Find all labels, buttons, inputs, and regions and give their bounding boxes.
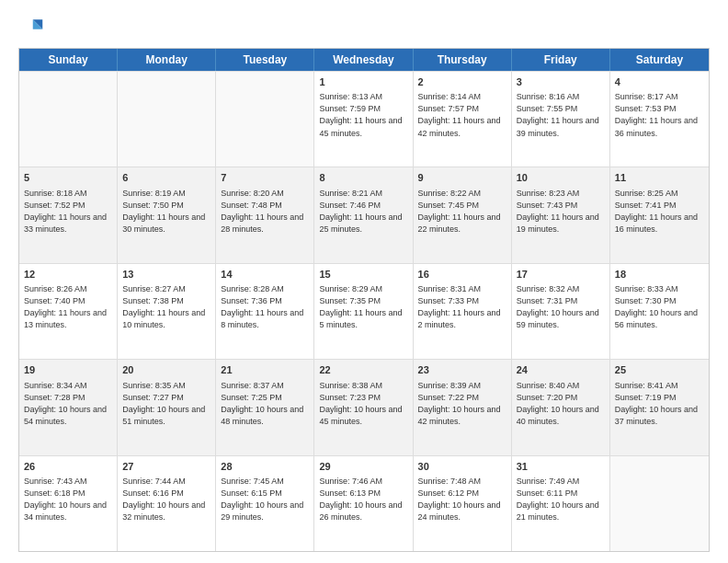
day-header-thursday: Thursday [414,49,512,71]
day-number: 11 [615,171,704,185]
calendar-row-2: 5Sunrise: 8:18 AMSunset: 7:52 PMDaylight… [19,167,709,262]
cell-info: Sunrise: 8:20 AMSunset: 7:48 PMDaylight:… [221,188,309,236]
day-header-monday: Monday [118,49,216,71]
day-number: 5 [24,171,112,185]
calendar-cell-24: 24Sunrise: 8:40 AMSunset: 7:20 PMDayligh… [512,360,610,454]
day-header-wednesday: Wednesday [314,49,413,71]
cell-info: Sunrise: 8:41 AMSunset: 7:19 PMDaylight:… [615,380,704,428]
day-number: 26 [24,460,112,474]
calendar-cell-10: 10Sunrise: 8:23 AMSunset: 7:43 PMDayligh… [512,167,610,262]
calendar-cell-8: 8Sunrise: 8:21 AMSunset: 7:46 PMDaylight… [314,167,413,262]
page: SundayMondayTuesdayWednesdayThursdayFrid… [0,0,728,563]
calendar-cell-16: 16Sunrise: 8:31 AMSunset: 7:33 PMDayligh… [414,264,512,359]
cell-info: Sunrise: 8:32 AMSunset: 7:31 PMDaylight:… [517,283,605,331]
calendar-cell-25: 25Sunrise: 8:41 AMSunset: 7:19 PMDayligh… [610,360,709,454]
day-number: 24 [517,363,605,377]
cell-info: Sunrise: 8:25 AMSunset: 7:41 PMDaylight:… [615,188,704,236]
calendar-cell-31: 31Sunrise: 7:49 AMSunset: 6:11 PMDayligh… [512,456,610,551]
day-number: 31 [517,460,605,474]
calendar-body: 1Sunrise: 8:13 AMSunset: 7:59 PMDaylight… [19,71,709,551]
day-number: 20 [122,363,210,377]
day-number: 30 [418,460,506,474]
cell-info: Sunrise: 8:18 AMSunset: 7:52 PMDaylight:… [24,188,112,236]
calendar-cell-18: 18Sunrise: 8:33 AMSunset: 7:30 PMDayligh… [610,264,709,359]
cell-info: Sunrise: 8:38 AMSunset: 7:23 PMDaylight:… [319,380,407,428]
cell-info: Sunrise: 8:29 AMSunset: 7:35 PMDaylight:… [319,283,407,331]
calendar-cell-23: 23Sunrise: 8:39 AMSunset: 7:22 PMDayligh… [414,360,512,454]
calendar-cell-9: 9Sunrise: 8:22 AMSunset: 7:45 PMDaylight… [414,167,512,262]
cell-info: Sunrise: 8:35 AMSunset: 7:27 PMDaylight:… [122,380,210,428]
cell-info: Sunrise: 7:43 AMSunset: 6:18 PMDaylight:… [24,476,112,523]
calendar-cell-5: 5Sunrise: 8:18 AMSunset: 7:52 PMDaylight… [19,167,118,262]
day-number: 8 [319,171,407,185]
day-number: 22 [319,363,407,377]
day-number: 14 [221,268,309,282]
calendar-cell-15: 15Sunrise: 8:29 AMSunset: 7:35 PMDayligh… [314,264,413,359]
calendar-cell-6: 6Sunrise: 8:19 AMSunset: 7:50 PMDaylight… [118,167,216,262]
day-number: 4 [615,75,704,89]
cell-info: Sunrise: 8:34 AMSunset: 7:28 PMDaylight:… [24,380,112,428]
calendar-cell-26: 26Sunrise: 7:43 AMSunset: 6:18 PMDayligh… [19,456,118,551]
day-number: 21 [221,363,309,377]
cell-info: Sunrise: 8:37 AMSunset: 7:25 PMDaylight:… [221,380,309,428]
cell-info: Sunrise: 8:14 AMSunset: 7:57 PMDaylight:… [418,91,506,139]
cell-info: Sunrise: 7:48 AMSunset: 6:12 PMDaylight:… [418,476,506,523]
cell-info: Sunrise: 8:19 AMSunset: 7:50 PMDaylight:… [122,188,210,236]
day-header-friday: Friday [512,49,610,71]
cell-info: Sunrise: 8:28 AMSunset: 7:36 PMDaylight:… [221,283,309,331]
cell-info: Sunrise: 7:46 AMSunset: 6:13 PMDaylight:… [319,476,407,523]
calendar-cell-28: 28Sunrise: 7:45 AMSunset: 6:15 PMDayligh… [216,456,314,551]
day-number: 23 [418,363,506,377]
day-number: 28 [221,460,309,474]
calendar-cell-17: 17Sunrise: 8:32 AMSunset: 7:31 PMDayligh… [512,264,610,359]
calendar-cell-27: 27Sunrise: 7:44 AMSunset: 6:16 PMDayligh… [118,456,216,551]
calendar-cell-empty-4-6 [610,456,709,551]
day-number: 25 [615,363,704,377]
cell-info: Sunrise: 8:16 AMSunset: 7:55 PMDaylight:… [517,91,605,139]
day-number: 6 [122,171,210,185]
calendar-cell-22: 22Sunrise: 8:38 AMSunset: 7:23 PMDayligh… [314,360,413,454]
calendar-cell-29: 29Sunrise: 7:46 AMSunset: 6:13 PMDayligh… [314,456,413,551]
cell-info: Sunrise: 8:22 AMSunset: 7:45 PMDaylight:… [418,188,506,236]
day-number: 27 [122,460,210,474]
cell-info: Sunrise: 8:39 AMSunset: 7:22 PMDaylight:… [418,380,506,428]
calendar-cell-empty-0-1 [118,72,216,167]
day-number: 17 [517,268,605,282]
cell-info: Sunrise: 8:27 AMSunset: 7:38 PMDaylight:… [122,283,210,331]
day-number: 19 [24,363,112,377]
day-header-saturday: Saturday [610,49,709,71]
calendar-cell-13: 13Sunrise: 8:27 AMSunset: 7:38 PMDayligh… [118,264,216,359]
calendar: SundayMondayTuesdayWednesdayThursdayFrid… [18,48,710,552]
cell-info: Sunrise: 7:49 AMSunset: 6:11 PMDaylight:… [517,476,605,523]
calendar-cell-30: 30Sunrise: 7:48 AMSunset: 6:12 PMDayligh… [414,456,512,551]
cell-info: Sunrise: 8:31 AMSunset: 7:33 PMDaylight:… [418,283,506,331]
day-number: 7 [221,171,309,185]
calendar-cell-4: 4Sunrise: 8:17 AMSunset: 7:53 PMDaylight… [610,72,709,167]
cell-info: Sunrise: 8:33 AMSunset: 7:30 PMDaylight:… [615,283,704,331]
day-number: 16 [418,268,506,282]
calendar-cell-7: 7Sunrise: 8:20 AMSunset: 7:48 PMDaylight… [216,167,314,262]
calendar-row-3: 12Sunrise: 8:26 AMSunset: 7:40 PMDayligh… [19,263,709,359]
calendar-cell-empty-0-0 [19,72,118,167]
cell-info: Sunrise: 8:26 AMSunset: 7:40 PMDaylight:… [24,283,112,331]
calendar-row-4: 19Sunrise: 8:34 AMSunset: 7:28 PMDayligh… [19,359,709,454]
calendar-row-5: 26Sunrise: 7:43 AMSunset: 6:18 PMDayligh… [19,455,709,551]
day-number: 29 [319,460,407,474]
cell-info: Sunrise: 8:17 AMSunset: 7:53 PMDaylight:… [615,91,704,139]
calendar-row-1: 1Sunrise: 8:13 AMSunset: 7:59 PMDaylight… [19,71,709,167]
cell-info: Sunrise: 7:45 AMSunset: 6:15 PMDaylight:… [221,476,309,523]
logo [18,15,48,40]
calendar-cell-20: 20Sunrise: 8:35 AMSunset: 7:27 PMDayligh… [118,360,216,454]
cell-info: Sunrise: 8:13 AMSunset: 7:59 PMDaylight:… [319,91,407,139]
day-number: 12 [24,268,112,282]
day-number: 13 [122,268,210,282]
calendar-cell-empty-0-2 [216,72,314,167]
calendar-cell-2: 2Sunrise: 8:14 AMSunset: 7:57 PMDaylight… [414,72,512,167]
cell-info: Sunrise: 7:44 AMSunset: 6:16 PMDaylight:… [122,476,210,523]
day-number: 3 [517,75,605,89]
calendar-cell-19: 19Sunrise: 8:34 AMSunset: 7:28 PMDayligh… [19,360,118,454]
logo-icon [18,15,44,40]
calendar-cell-21: 21Sunrise: 8:37 AMSunset: 7:25 PMDayligh… [216,360,314,454]
cell-info: Sunrise: 8:40 AMSunset: 7:20 PMDaylight:… [517,380,605,428]
day-number: 1 [319,75,407,89]
